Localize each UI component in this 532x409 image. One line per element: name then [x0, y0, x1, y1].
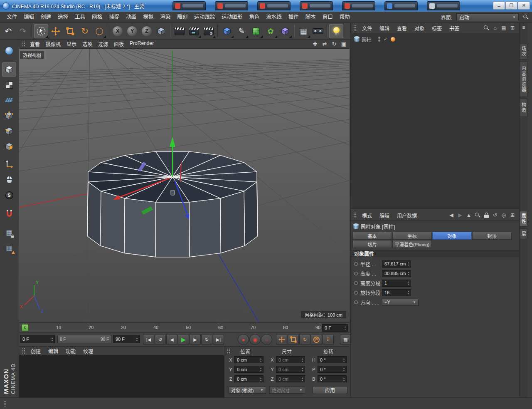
material-list[interactable] — [19, 355, 224, 397]
redo-icon[interactable]: ↷ — [16, 24, 30, 38]
coord-field-2-0[interactable]: 0 ° — [318, 356, 347, 363]
object-manager-menu-5[interactable]: 书签 — [446, 25, 463, 32]
minimize-button[interactable]: – — [493, 2, 505, 10]
key-position-toggle[interactable] — [276, 334, 287, 345]
object-manager-menu-3[interactable]: 对象 — [411, 25, 428, 32]
key-scale-toggle-glyph[interactable] — [288, 335, 298, 345]
workplane-mode-icon[interactable] — [2, 93, 16, 107]
right-tab-场次[interactable]: 场次 — [520, 44, 527, 59]
stepper-icon[interactable] — [50, 335, 54, 343]
stepper-icon[interactable] — [259, 376, 263, 382]
right-tab-内容浏览器[interactable]: 内容浏览器 — [520, 61, 527, 97]
stepper-icon[interactable] — [300, 357, 304, 363]
camera-icon[interactable] — [311, 24, 325, 38]
pan-view-icon[interactable]: ✚ — [311, 40, 319, 48]
move-icon[interactable] — [49, 24, 63, 38]
object-manager-menu-0[interactable]: 文件 — [358, 25, 376, 32]
coord-field-1-1[interactable]: 0 cm — [276, 366, 305, 373]
undo-icon[interactable]: ↶ — [1, 24, 15, 38]
coord-field-1-2[interactable]: 0 cm — [276, 375, 305, 382]
menu-item-7[interactable]: 动画 — [123, 12, 140, 22]
object-manager[interactable]: 圆柱 ✓ — [351, 33, 519, 209]
menu-item-0[interactable]: 文件 — [3, 12, 20, 22]
attribute-manager-menu-2[interactable]: 用户数据 — [393, 212, 421, 219]
stepper-icon[interactable] — [343, 325, 347, 331]
coordinate-system-icon[interactable] — [154, 24, 168, 38]
menu-item-15[interactable]: 插件 — [285, 12, 302, 22]
menu-item-16[interactable]: 脚本 — [302, 12, 319, 22]
background-window-5[interactable] — [384, 1, 418, 10]
stepper-icon[interactable] — [300, 366, 304, 372]
interface-dropdown[interactable]: 启动 ▼ — [456, 13, 519, 21]
menu-item-18[interactable]: 帮助 — [336, 12, 353, 22]
play-reverse-button[interactable]: ↺ — [155, 334, 166, 345]
right-tab-层[interactable]: 层 — [520, 228, 527, 239]
film-icon[interactable]: ▤ — [501, 25, 507, 31]
nav-back-icon[interactable]: ◀ — [448, 212, 454, 218]
coord-field-0-1[interactable]: 0 cm — [234, 366, 264, 373]
close-button[interactable]: ✕ — [518, 2, 530, 10]
property-dropdown[interactable]: +Y▼ — [382, 299, 419, 306]
enable-snap-icon[interactable]: S — [2, 188, 16, 202]
animation-dot-icon[interactable] — [354, 262, 358, 266]
viewport[interactable]: YXZ 透视视图 网格间距：100 cm — [19, 49, 350, 322]
current-frame-field[interactable]: 0 F — [322, 324, 348, 332]
mograph-icon[interactable]: ✿ — [264, 24, 278, 38]
content-light-icon[interactable] — [329, 24, 343, 38]
stepper-icon[interactable] — [406, 270, 410, 277]
am-tab-5[interactable]: 平滑着色(Phong) — [392, 240, 432, 248]
apply-button[interactable]: 应用 — [313, 386, 347, 394]
viewport-menu-0[interactable]: 查看 — [27, 40, 43, 47]
key-parameter-toggle-glyph[interactable]: P — [312, 335, 322, 345]
frame-field[interactable]: 0 F — [20, 335, 55, 343]
rotate-icon[interactable]: ↻ — [78, 24, 92, 38]
am-tab-3[interactable]: 封顶 — [472, 232, 512, 240]
render-settings-icon[interactable]: ⚙ — [202, 24, 216, 38]
deformer-icon[interactable] — [278, 24, 292, 38]
property-field[interactable]: 30.885 cm — [382, 270, 411, 277]
material-menu-2[interactable]: 功能 — [62, 347, 79, 354]
material-menu-3[interactable]: 纹理 — [79, 347, 97, 354]
viewport-menu-2[interactable]: 显示 — [64, 40, 79, 47]
attribute-manager-menu-1[interactable]: 编辑 — [376, 212, 393, 219]
object-row-cylinder[interactable]: 圆柱 ✓ — [354, 36, 395, 42]
coord-field-1-0[interactable]: 0 cm — [276, 356, 305, 363]
subdivision-surface-icon[interactable] — [249, 24, 263, 38]
viewport-menu-1[interactable]: 摄像机 — [43, 40, 64, 47]
panel-menu-icon[interactable]: ≡ — [521, 25, 527, 30]
next-frame-button[interactable]: ▶ — [190, 334, 201, 345]
model-mode-icon[interactable] — [2, 62, 16, 77]
drag-handle-icon[interactable] — [3, 401, 7, 407]
edges-mode-icon[interactable] — [2, 124, 16, 138]
stepper-icon[interactable] — [300, 376, 304, 382]
drag-handle-icon[interactable] — [22, 348, 25, 354]
timeline-ruler[interactable]: 0102030405060708090 0 0 F — [19, 322, 350, 332]
stepper-icon[interactable] — [259, 366, 263, 372]
last-tool-icon[interactable]: ◯ — [92, 24, 106, 38]
history-icon[interactable]: ↺ — [492, 212, 498, 218]
polygons-mode-icon[interactable] — [2, 139, 16, 154]
menu-item-10[interactable]: 雕刻 — [174, 12, 191, 22]
keyframe-selection-button[interactable]: ○ — [261, 334, 272, 345]
background-window-6[interactable] — [427, 1, 460, 10]
background-window-4[interactable] — [342, 1, 375, 10]
key-position-toggle-glyph[interactable] — [277, 335, 287, 345]
home-icon[interactable]: ⌂ — [492, 25, 498, 31]
make-editable-icon[interactable] — [2, 44, 16, 58]
stepper-icon[interactable] — [342, 376, 346, 382]
goto-start-button[interactable]: |◀ — [143, 334, 154, 345]
frame-range-slider[interactable]: 0 F 90 F — [57, 335, 111, 343]
lock-z-axis-icon[interactable]: Z — [140, 24, 154, 38]
stepper-icon[interactable] — [406, 290, 410, 296]
workplane-align-icon[interactable]: ▦ — [2, 241, 16, 255]
rotate-view-icon[interactable]: ↻ — [330, 40, 338, 48]
play-button[interactable]: ▶ — [178, 334, 189, 345]
search-icon[interactable] — [483, 25, 489, 31]
viewport-menu-6[interactable]: ProRender — [127, 40, 157, 47]
animation-dot-icon[interactable] — [354, 281, 358, 285]
timeline-playhead[interactable]: 0 — [22, 324, 29, 331]
key-pla-toggle[interactable]: ⠿ — [323, 334, 334, 345]
stepper-icon[interactable] — [135, 335, 139, 343]
lock-x-axis-icon[interactable]: X — [111, 24, 125, 38]
add-cube-icon[interactable] — [220, 24, 234, 38]
